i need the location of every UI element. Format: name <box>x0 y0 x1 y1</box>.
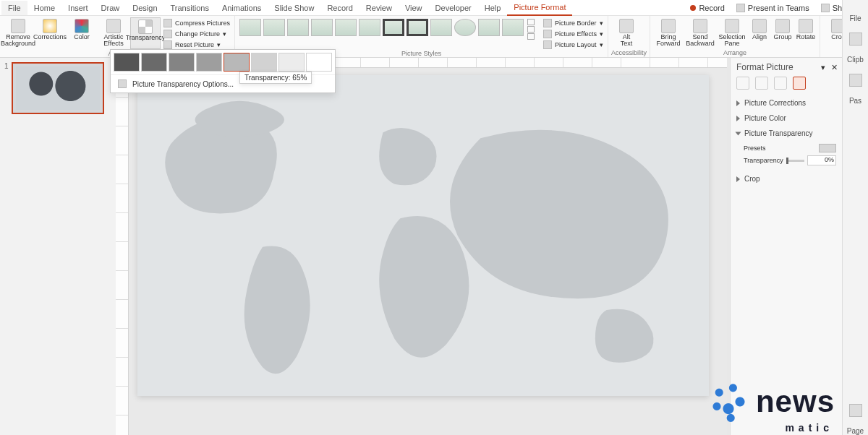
remove-background-button[interactable]: Remove Background <box>3 17 33 49</box>
transparency-preset-0[interactable] <box>114 53 140 72</box>
corrections-button[interactable]: Corrections <box>35 17 65 49</box>
transparency-preset-7[interactable] <box>306 53 332 72</box>
style-thumb[interactable] <box>383 19 404 36</box>
rside-icon[interactable] <box>849 404 862 417</box>
rside-page: Page <box>847 427 864 435</box>
style-thumb[interactable] <box>263 19 285 36</box>
fill-tab-icon[interactable] <box>736 77 749 90</box>
tab-file[interactable]: File <box>1 1 27 15</box>
rside-icon[interactable] <box>849 74 862 87</box>
transparency-value-field[interactable]: 0% <box>807 155 836 165</box>
corrections-icon <box>43 19 57 33</box>
group-icon <box>775 19 790 33</box>
world-map-image[interactable] <box>137 75 709 396</box>
section-picture-color[interactable]: Picture Color <box>731 111 842 126</box>
tab-insert[interactable]: Insert <box>61 1 95 15</box>
present-in-teams-button[interactable]: Present in Teams <box>731 1 815 14</box>
size-tab-icon[interactable] <box>774 77 787 90</box>
reset-picture-button[interactable]: Reset Picture ▾ <box>162 40 231 50</box>
transparency-preset-2[interactable] <box>169 53 195 72</box>
presets-dropdown-icon[interactable] <box>819 144 836 152</box>
section-crop[interactable]: Crop <box>731 171 842 186</box>
pane-options-icon[interactable]: ▾ <box>821 63 825 72</box>
rside-file: File <box>849 14 861 22</box>
group-label-arrange: Arrange <box>653 49 817 57</box>
color-button[interactable]: Color <box>67 17 97 49</box>
section-picture-corrections[interactable]: Picture Corrections <box>731 95 842 111</box>
transparency-dropdown: Picture Transparency Options... Transpar… <box>110 49 336 93</box>
transparency-tooltip: Transparency: 65% <box>239 72 312 84</box>
share-icon <box>821 4 830 12</box>
style-thumb[interactable] <box>454 19 476 36</box>
tab-animations[interactable]: Animations <box>216 1 268 15</box>
tab-transitions[interactable]: Transitions <box>164 1 216 15</box>
align-button[interactable]: Align <box>749 17 770 49</box>
transparency-button[interactable]: Transparency <box>130 17 161 49</box>
alt-text-button[interactable]: Alt Text <box>611 17 642 49</box>
send-backward-button[interactable]: Send Backward <box>685 17 715 49</box>
tab-home[interactable]: Home <box>27 1 61 15</box>
picture-effects-button[interactable]: Picture Effects ▾ <box>542 29 605 39</box>
pane-close-icon[interactable]: ✕ <box>831 63 838 72</box>
collapsed-right-sidebar: File Clipb Pas Page <box>842 0 868 435</box>
tab-record[interactable]: Record <box>320 1 359 15</box>
picture-border-button[interactable]: Picture Border ▾ <box>542 18 605 28</box>
send-backward-icon <box>693 19 707 33</box>
tab-draw[interactable]: Draw <box>95 1 127 15</box>
picture-layout-button[interactable]: Picture Layout ▾ <box>542 40 605 50</box>
tab-help[interactable]: Help <box>478 1 508 15</box>
style-thumb[interactable] <box>287 19 309 36</box>
reset-picture-icon <box>163 40 172 49</box>
align-icon <box>752 19 767 33</box>
gallery-more-icon[interactable] <box>527 33 535 40</box>
rside-icon[interactable] <box>849 33 862 46</box>
style-thumb[interactable] <box>407 19 428 36</box>
style-thumb[interactable] <box>239 19 261 36</box>
tab-picture-format[interactable]: Picture Format <box>507 0 572 16</box>
style-thumb[interactable] <box>359 19 380 36</box>
transparency-slider[interactable] <box>786 160 804 162</box>
format-pane-title: Format Picture <box>736 62 793 72</box>
slide-canvas-area <box>116 58 727 435</box>
slide-thumbnail-1[interactable] <box>12 62 104 114</box>
group-button[interactable]: Group <box>772 17 793 49</box>
selection-pane-button[interactable]: Selection Pane <box>717 17 747 49</box>
tab-view[interactable]: View <box>399 1 429 15</box>
ruler-vertical <box>116 68 129 435</box>
gallery-down-icon[interactable] <box>527 26 535 33</box>
effects-tab-icon[interactable] <box>755 77 768 90</box>
slide[interactable] <box>137 75 709 396</box>
gallery-up-icon[interactable] <box>527 19 535 25</box>
slide-thumbnail-panel: 1 <box>0 58 116 435</box>
transparency-slider-row[interactable]: Transparency 0% <box>744 154 836 167</box>
logo-globe-icon <box>705 379 752 425</box>
tab-review[interactable]: Review <box>359 1 399 15</box>
presets-row[interactable]: Presets <box>744 142 836 154</box>
transparency-preset-1[interactable] <box>141 53 167 72</box>
tab-slideshow[interactable]: Slide Show <box>268 1 320 15</box>
group-label-accessibility: Accessibility <box>611 49 647 57</box>
transparency-preset-6[interactable] <box>278 53 305 72</box>
record-button[interactable]: Record <box>684 1 730 14</box>
transparency-preset-5[interactable] <box>251 53 277 72</box>
style-thumb[interactable] <box>311 19 333 36</box>
section-picture-transparency[interactable]: Picture Transparency <box>731 126 842 141</box>
artistic-icon <box>106 19 121 33</box>
style-thumb[interactable] <box>335 19 357 36</box>
style-thumb[interactable] <box>430 19 452 36</box>
tab-developer[interactable]: Developer <box>429 1 478 15</box>
picture-style-gallery[interactable] <box>238 17 536 41</box>
artistic-effects-button[interactable]: Artistic Effects <box>98 17 129 49</box>
change-picture-button[interactable]: Change Picture ▾ <box>162 29 231 39</box>
style-thumb[interactable] <box>478 19 500 36</box>
compress-pictures-button[interactable]: Compress Pictures <box>162 18 231 28</box>
transparency-preset-4[interactable] <box>224 53 250 72</box>
bring-forward-button[interactable]: Bring Forward <box>653 17 684 49</box>
transparency-preset-3[interactable] <box>196 53 222 72</box>
rotate-button[interactable]: Rotate <box>795 17 817 49</box>
picture-tab-icon[interactable] <box>793 77 806 90</box>
group-arrange: Bring Forward Send Backward Selection Pa… <box>650 16 820 57</box>
change-picture-icon <box>163 30 172 38</box>
tab-design[interactable]: Design <box>126 1 163 15</box>
style-thumb[interactable] <box>502 19 524 36</box>
